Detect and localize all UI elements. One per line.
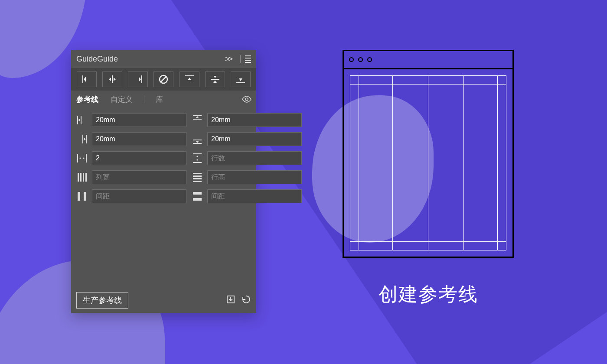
svg-rect-29 xyxy=(193,173,202,174)
guide-line-vertical xyxy=(428,75,428,250)
panel-footer: 生产参考线 xyxy=(71,288,256,313)
svg-rect-13 xyxy=(82,135,83,143)
svg-point-24 xyxy=(196,159,198,160)
svg-rect-30 xyxy=(193,176,202,177)
guide-right-edge-button[interactable] xyxy=(128,72,148,87)
tab-guides[interactable]: 参考线 xyxy=(75,92,99,107)
guide-line-vertical xyxy=(463,75,464,250)
top-margin-input[interactable] xyxy=(207,113,302,127)
svg-rect-21 xyxy=(193,153,202,154)
visibility-toggle-icon[interactable] xyxy=(241,96,252,103)
row-gutter-input[interactable] xyxy=(207,189,302,203)
panel-header: GuideGuide >> xyxy=(71,50,256,68)
svg-rect-31 xyxy=(193,178,202,179)
svg-rect-6 xyxy=(211,79,219,80)
panel-menu-icon[interactable] xyxy=(245,55,251,63)
svg-rect-25 xyxy=(78,173,79,182)
left-margin-input[interactable] xyxy=(92,113,186,127)
svg-rect-16 xyxy=(193,143,202,144)
svg-rect-34 xyxy=(84,192,86,201)
tab-library[interactable]: 库 xyxy=(155,92,164,107)
preview-header xyxy=(344,51,512,69)
guide-center-horizontal-button[interactable] xyxy=(205,72,225,87)
clear-guides-button[interactable] xyxy=(153,72,173,87)
svg-rect-9 xyxy=(77,116,78,124)
svg-rect-28 xyxy=(85,173,87,182)
svg-rect-17 xyxy=(77,154,78,162)
svg-point-19 xyxy=(79,157,81,159)
svg-rect-10 xyxy=(81,116,82,124)
column-gutter-icon xyxy=(75,189,89,204)
window-dot-icon xyxy=(358,57,363,62)
svg-line-4 xyxy=(161,77,166,82)
right-margin-icon xyxy=(75,132,89,146)
top-margin-icon xyxy=(190,113,205,127)
bottom-margin-input[interactable] xyxy=(207,132,302,146)
guide-settings-grid xyxy=(71,108,256,288)
column-width-icon xyxy=(75,170,89,185)
svg-rect-27 xyxy=(83,173,84,182)
svg-rect-12 xyxy=(193,119,202,120)
guideguide-panel: GuideGuide >> 参考线 自定义 库 xyxy=(71,50,256,313)
column-width-input[interactable] xyxy=(92,170,186,184)
guide-bottom-edge-button[interactable] xyxy=(231,72,251,87)
tab-divider xyxy=(144,95,144,103)
row-gutter-field xyxy=(190,188,302,204)
svg-point-8 xyxy=(245,98,248,101)
svg-rect-15 xyxy=(193,140,202,140)
guide-line-vertical xyxy=(497,75,498,250)
svg-rect-2 xyxy=(141,75,142,83)
guide-center-vertical-button[interactable] xyxy=(102,72,122,87)
preview-canvas xyxy=(344,69,512,257)
svg-rect-22 xyxy=(193,162,202,163)
rows-field xyxy=(190,150,302,166)
svg-rect-0 xyxy=(82,75,83,83)
column-gutter-input[interactable] xyxy=(92,189,186,203)
save-preset-icon[interactable] xyxy=(226,295,235,306)
svg-rect-35 xyxy=(193,192,202,195)
right-margin-input[interactable] xyxy=(92,132,186,146)
tab-custom[interactable]: 自定义 xyxy=(110,92,134,107)
header-divider xyxy=(240,55,241,63)
row-height-input[interactable] xyxy=(207,170,302,184)
guide-line-vertical xyxy=(392,75,393,250)
collapse-button[interactable]: >> xyxy=(225,55,232,64)
guide-line-vertical xyxy=(506,75,506,250)
page-caption: 创建参考线 xyxy=(343,282,514,307)
svg-rect-36 xyxy=(193,198,202,201)
left-margin-icon xyxy=(75,113,89,127)
rows-icon xyxy=(190,151,205,166)
bottom-margin-field xyxy=(190,131,302,147)
top-margin-field xyxy=(190,112,302,128)
row-gutter-icon xyxy=(190,189,205,204)
column-gutter-field xyxy=(75,188,186,204)
columns-input[interactable] xyxy=(92,151,186,165)
svg-rect-18 xyxy=(86,154,87,162)
svg-rect-11 xyxy=(193,115,202,116)
svg-rect-7 xyxy=(236,82,245,83)
panel-tabs: 参考线 自定义 库 xyxy=(71,91,256,108)
row-height-icon xyxy=(190,170,205,185)
guide-line-vertical xyxy=(359,75,359,250)
svg-rect-32 xyxy=(193,181,202,182)
guide-top-edge-button[interactable] xyxy=(179,72,199,87)
window-dot-icon xyxy=(367,57,372,62)
left-margin-field xyxy=(75,112,186,128)
guide-quick-toolbar xyxy=(71,68,256,91)
row-height-field xyxy=(190,169,302,185)
rows-input[interactable] xyxy=(207,151,302,165)
bottom-margin-icon xyxy=(190,132,205,146)
guide-left-edge-button[interactable] xyxy=(77,72,97,87)
columns-icon xyxy=(75,151,89,166)
panel-title: GuideGuide xyxy=(76,55,225,64)
generate-guides-button[interactable]: 生产参考线 xyxy=(76,292,128,309)
svg-rect-5 xyxy=(185,75,194,76)
window-dot-icon xyxy=(349,57,354,62)
svg-point-23 xyxy=(196,156,198,157)
svg-rect-1 xyxy=(112,75,113,83)
column-width-field xyxy=(75,169,186,185)
columns-field xyxy=(75,150,186,166)
refresh-icon[interactable] xyxy=(241,295,251,306)
guide-line-vertical xyxy=(350,75,350,250)
right-margin-field xyxy=(75,131,186,147)
